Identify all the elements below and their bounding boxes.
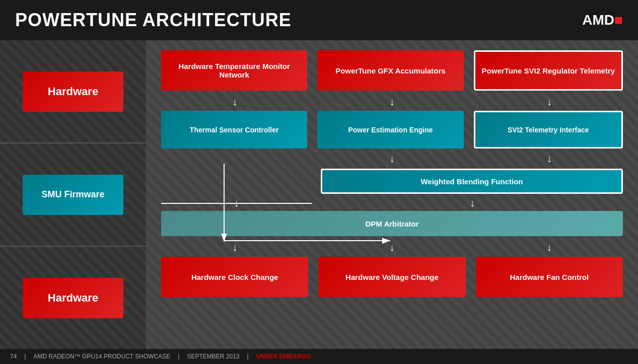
hw-svi2-telemetry: PowerTune SVI2 Regulator Telemetry: [474, 50, 623, 91]
thermal-sensor-controller: Thermal Sensor Controller: [161, 111, 307, 149]
dpm-arbitrator-box: DPM Arbitrator: [161, 211, 623, 236]
footer-text2: SEPTEMBER 2013: [187, 353, 239, 360]
dpm-arrow-row: ↓ ↓: [156, 196, 628, 209]
hw-clock-change: Hardware Clock Change: [161, 257, 308, 297]
bottom-arrow-row: ↓ ↓ ↓: [156, 240, 628, 254]
dpm-row: DPM Arbitrator: [156, 211, 628, 236]
arrow-row-1: ↓ ↓ ↓: [156, 96, 628, 108]
hw-gfx-accumulators: PowerTune GFX Accumulators: [317, 50, 463, 91]
footer-embargo: UNDER EMBARGO: [256, 353, 311, 360]
arrow-down-2: ↓: [318, 96, 465, 108]
slide: POWERTUNE ARCHITECTURE AMD■ Hardware SMU…: [0, 0, 638, 364]
header: POWERTUNE ARCHITECTURE AMD■: [0, 0, 638, 40]
arrow-down-1: ↓: [161, 96, 308, 108]
diagram-area: Hardware Temperature Monitor Network Pow…: [146, 40, 638, 349]
hw-clock-label: Hardware Clock Change: [191, 273, 278, 281]
left-sidebar: Hardware SMU Firmware Hardware: [0, 40, 146, 349]
footer-page: 74: [10, 353, 17, 360]
arrow-to-clock: ↓: [161, 242, 308, 253]
arrow-to-voltage: ↓: [318, 242, 465, 253]
hw-svi2-label: PowerTune SVI2 Regulator Telemetry: [482, 66, 615, 75]
blend-left-space: [161, 169, 311, 194]
smu-box: SMU Firmware: [23, 175, 123, 215]
hw-fan-control: Hardware Fan Control: [476, 257, 623, 297]
firmware-row: Thermal Sensor Controller Power Estimati…: [156, 111, 628, 149]
hardware-top-label: Hardware: [48, 85, 98, 98]
blend-arrow-row: ↓ ↓: [156, 151, 628, 166]
hardware-row: Hardware Temperature Monitor Network Pow…: [156, 50, 628, 91]
arrow-to-fan: ↓: [476, 242, 623, 253]
smu-label: SMU Firmware: [41, 189, 104, 200]
hardware-top-box: Hardware: [23, 71, 123, 112]
main-content: Hardware SMU Firmware Hardware Hardware …: [0, 40, 638, 349]
sidebar-block-hardware-bottom: Hardware: [0, 247, 146, 349]
svi2-interface-label: SVI2 Telemetry Interface: [508, 126, 589, 134]
slide-title: POWERTUNE ARCHITECTURE: [15, 10, 292, 31]
hardware-bottom-box: Hardware: [23, 278, 123, 318]
arrow-blend-to-dpm: ↓: [322, 198, 623, 208]
hardware-output-row: Hardware Clock Change Hardware Voltage C…: [156, 257, 628, 297]
footer-separator-3: |: [247, 353, 248, 360]
hw-voltage-label: Hardware Voltage Change: [345, 273, 439, 281]
hardware-bottom-label: Hardware: [48, 292, 98, 305]
weighted-blending-label: Weighted Blending Function: [420, 177, 523, 186]
power-estimation-engine: Power Estimation Engine: [317, 111, 463, 149]
footer-text1: AMD RADEON™ GPU14 PRODUCT SHOWCASE: [33, 353, 170, 360]
thermal-sensor-label: Thermal Sensor Controller: [190, 126, 279, 134]
sidebar-block-smu: SMU Firmware: [0, 143, 146, 247]
svi2-telemetry-interface: SVI2 Telemetry Interface: [474, 111, 623, 149]
hw-temp-monitor: Hardware Temperature Monitor Network: [161, 50, 307, 91]
footer-separator-1: |: [24, 353, 26, 360]
hw-gfx-label: PowerTune GFX Accumulators: [335, 66, 445, 75]
blend-row: Weighted Blending Function: [156, 169, 628, 194]
arrow-blend-center: ↓: [318, 154, 465, 164]
power-estimation-label: Power Estimation Engine: [348, 126, 433, 134]
sidebar-block-hardware-top: Hardware: [0, 40, 146, 143]
arrow-blend-right: ↓: [476, 154, 623, 164]
amd-logo: AMD■: [582, 12, 623, 28]
weighted-blending-box: Weighted Blending Function: [321, 169, 623, 194]
hw-fan-label: Hardware Fan Control: [510, 273, 589, 281]
hw-voltage-change: Hardware Voltage Change: [318, 257, 465, 297]
hw-temp-monitor-label: Hardware Temperature Monitor Network: [165, 62, 303, 79]
footer: 74 | AMD RADEON™ GPU14 PRODUCT SHOWCASE …: [0, 349, 638, 364]
dpm-arbitrator-label: DPM Arbitrator: [365, 220, 418, 228]
arrow-blend-left: [161, 154, 308, 164]
footer-separator-2: |: [178, 353, 179, 360]
arrow-thermal-to-dpm: ↓: [161, 198, 312, 208]
arrow-down-3: ↓: [476, 96, 623, 108]
